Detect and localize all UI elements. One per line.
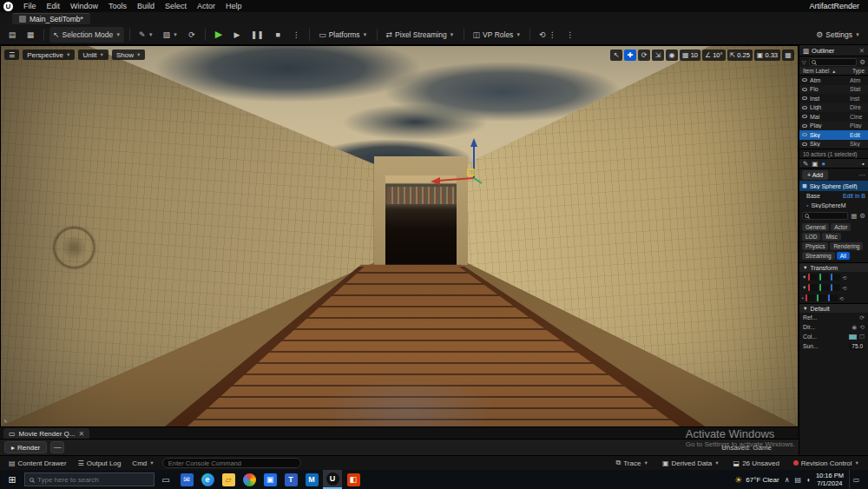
taskbar-clock[interactable]: 10:16 PM 7/1/2024 (816, 472, 844, 488)
category-actor[interactable]: Actor (831, 223, 851, 231)
quick-add-button[interactable]: ⟳ (184, 27, 200, 43)
taskbar-weather[interactable]: ☀ 67°F Clear (734, 475, 779, 485)
rotate-tool-button[interactable]: ⟳ (638, 50, 650, 61)
level-tab[interactable]: Main_SetiTomb* (12, 13, 90, 24)
location-z-field[interactable] (831, 274, 840, 281)
volume-icon[interactable]: ◖ (806, 476, 811, 484)
scale-tool-button[interactable]: ⇲ (652, 50, 664, 61)
more-tools-button[interactable]: ⋮ (562, 27, 578, 43)
play-button[interactable]: ▶ (211, 27, 227, 43)
revision-control-dropdown[interactable]: Revision Control▼ (790, 458, 863, 469)
tray-expand-icon[interactable]: ∧ (785, 476, 790, 484)
visibility-eye-icon[interactable] (802, 124, 807, 128)
render-button[interactable]: ▸ Render (4, 441, 47, 453)
pause-button[interactable]: ❚❚ (247, 27, 267, 43)
stop-button[interactable]: ■ (270, 27, 286, 43)
save-button[interactable]: ▤ (4, 27, 20, 43)
scale-lock-icon[interactable]: ▪ (802, 295, 804, 301)
view-mode-dropdown[interactable]: Unlit▼ (78, 50, 108, 60)
taskbar-unreal-icon[interactable]: U (323, 470, 342, 489)
taskbar-chrome-icon[interactable] (240, 470, 259, 489)
platforms-dropdown[interactable]: ▭Platforms▼ (315, 27, 371, 43)
outliner-row-selected[interactable]: SkyEdit (799, 130, 868, 140)
unsaved-button[interactable]: ⬓ 26 Unsaved (730, 458, 783, 469)
outliner-row[interactable]: LighDire (799, 103, 868, 113)
taskbar-teams-icon[interactable]: T (281, 470, 300, 489)
default-directional-row[interactable]: Dir... ◉ ⟲ (799, 322, 868, 332)
content-button[interactable]: ▦ (23, 27, 38, 43)
default-colors-row[interactable]: Col... ☐ (799, 332, 868, 341)
perspective-dropdown[interactable]: Perspective▼ (23, 50, 75, 60)
task-view-button[interactable]: ▭ (156, 470, 175, 489)
outliner-row[interactable]: FloStat (799, 85, 868, 95)
selection-mode-dropdown[interactable]: ↖Selection Mode▼ (49, 27, 124, 43)
output-log-button[interactable]: ☰ Output Log (75, 458, 125, 469)
taskbar-search[interactable] (24, 472, 155, 486)
play-options-button[interactable]: ⋮ (288, 27, 304, 43)
vp-roles-dropdown[interactable]: ◫VP Roles▼ (470, 27, 525, 43)
settings-dropdown[interactable]: ⚙Settings▼ (812, 27, 864, 43)
scale-snap-toggle[interactable]: ⇱0.25 (727, 50, 753, 61)
visibility-eye-icon[interactable] (802, 88, 807, 91)
details-settings-icon[interactable]: ⚙ (859, 212, 865, 220)
sun-value-field[interactable]: 75.0 (849, 343, 865, 350)
scale-y-field[interactable] (817, 294, 826, 301)
category-physics[interactable]: Physics (802, 242, 828, 250)
category-streaming[interactable]: Streaming (802, 252, 835, 260)
add-component-button[interactable]: + Add (802, 170, 828, 180)
menu-tools[interactable]: Tools (103, 2, 132, 10)
rotation-z-field[interactable] (831, 284, 840, 291)
move-tool-button[interactable]: ✚ (624, 50, 636, 61)
category-all[interactable]: All (837, 252, 850, 260)
menu-actor[interactable]: Actor (192, 2, 220, 10)
outliner-search-input[interactable] (809, 58, 858, 66)
edit-icon[interactable]: ✎ (803, 160, 808, 168)
component-mesh-row[interactable]: ▫ SkySphereM (799, 201, 868, 210)
reset-location-icon[interactable]: ⟲ (842, 274, 846, 281)
select-tool-button[interactable]: ↖ (610, 50, 622, 61)
scale-x-field[interactable] (806, 294, 815, 301)
visibility-eye-icon[interactable] (802, 106, 807, 109)
taskbar-word-icon[interactable]: M (302, 470, 321, 489)
world-space-toggle[interactable]: ◉ (666, 50, 678, 61)
lock-icon[interactable]: ▪ (862, 160, 865, 168)
menu-help[interactable]: Help (220, 2, 247, 10)
trace-dropdown[interactable]: ⧉ Trace▼ (613, 458, 652, 469)
category-misc[interactable]: Misc (822, 233, 840, 241)
menu-edit[interactable]: Edit (42, 2, 66, 10)
derived-data-dropdown[interactable]: ▣ Derived Data▼ (659, 458, 723, 469)
location-dropdown-icon[interactable]: ▼ (802, 274, 806, 280)
checkbox-icon[interactable]: ☐ (859, 334, 865, 340)
cinematics-button[interactable]: ▧▼ (160, 27, 181, 43)
start-button[interactable]: ⊞ (2, 470, 23, 489)
rotation-snap-toggle[interactable]: ∠10° (702, 50, 726, 61)
selected-actor-row[interactable]: ◼ Sky Sphere (Self) (799, 181, 868, 191)
maximize-viewport-button[interactable]: ▦ (782, 50, 794, 61)
taskbar-mail-icon[interactable]: ✉ (177, 470, 196, 489)
category-lod[interactable]: LOD (802, 233, 820, 241)
cmd-dropdown[interactable]: Cmd▼ (128, 458, 157, 469)
taskbar-search-input[interactable] (37, 476, 133, 484)
movie-render-queue-tab[interactable]: ▭ Movie Render Q... ✕ (3, 428, 89, 439)
menu-select[interactable]: Select (160, 2, 192, 10)
grid-icon[interactable]: ▣ (812, 160, 818, 168)
edit-blueprint-link[interactable]: Edit in B (843, 193, 865, 199)
menu-build[interactable]: Build (132, 2, 160, 10)
reset-rotation-icon[interactable]: ⟲ (842, 285, 846, 291)
category-general[interactable]: General (802, 223, 829, 231)
rotation-dropdown-icon[interactable]: ▼ (802, 285, 806, 290)
outliner-row[interactable]: AtmAtm (799, 76, 868, 85)
console-command-input[interactable] (162, 458, 301, 468)
reset-icon[interactable]: ⟲ (859, 324, 865, 331)
network-icon[interactable]: ▤ (794, 476, 801, 484)
visibility-eye-icon[interactable] (802, 133, 807, 136)
default-section-header[interactable]: ▼Default (799, 303, 868, 313)
outliner-settings-icon[interactable]: ⚙ (859, 58, 865, 66)
remove-job-button[interactable]: — (50, 441, 64, 453)
default-refresh-row[interactable]: Ref... ⟳ (799, 313, 868, 322)
outliner-close-icon[interactable]: ✕ (859, 47, 865, 55)
close-tab-icon[interactable]: ✕ (78, 430, 84, 438)
menu-window[interactable]: Window (65, 2, 103, 10)
notification-center-icon[interactable]: ▭ (849, 470, 863, 489)
transform-section-header[interactable]: ▼Transform (799, 262, 868, 272)
